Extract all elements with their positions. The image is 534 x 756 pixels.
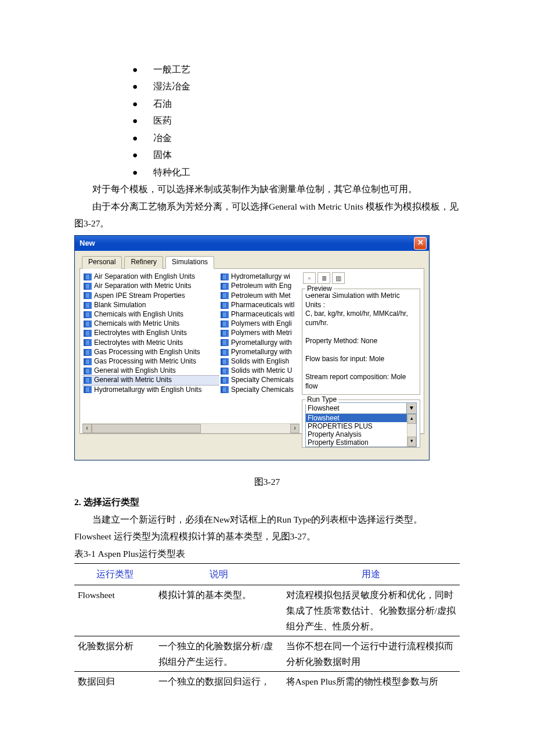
list-item[interactable]: Air Separation with Metric Units (82, 282, 219, 291)
preview-group: Preview General Simulation with Metric U… (302, 289, 420, 395)
list-item-label: Specialty Chemicals (231, 386, 294, 395)
template-icon (84, 311, 92, 318)
list-item-label: Pharmaceuticals witl (231, 310, 294, 319)
list-item[interactable]: Air Separation with English Units (82, 272, 219, 282)
view-detail-icon[interactable]: ▥ (332, 272, 345, 284)
list-item[interactable]: Pharmaceuticals witl (219, 310, 300, 319)
table-header-row: 运行类型 说明 用途 (74, 564, 460, 585)
list-item[interactable]: Petroleum with Eng (219, 282, 300, 291)
scroll-left-icon[interactable]: ‹ (82, 424, 92, 433)
list-item-label: General with English Units (94, 366, 176, 376)
table-row: 化验数据分析一个独立的化验数据分析/虚拟组分产生运行。当你不想在同一个运行中进行… (74, 636, 460, 671)
tab-refinery[interactable]: Refinery (124, 256, 163, 269)
runtype-options[interactable]: FlowsheetPROPERTIES PLUSProperty Analysi… (305, 414, 417, 447)
runtype-option[interactable]: PROPERTIES PLUS (306, 422, 416, 430)
runtype-legend: Run Type (305, 395, 338, 405)
template-icon (221, 321, 229, 327)
dialog-titlebar: New ✕ (75, 236, 429, 251)
tab-bar: Personal Refinery Simulations (80, 255, 424, 269)
paragraph: 由于本分离工艺物系为芳烃分离，可以选择General with Metric U… (74, 198, 460, 232)
vertical-scrollbar[interactable]: ▴ ▾ (407, 414, 416, 447)
table-cell: Flowsheet (74, 585, 155, 636)
template-icon (84, 330, 92, 337)
list-item[interactable]: Electrolytes with English Units (82, 329, 219, 338)
list-item[interactable]: Chemicals with English Units (82, 310, 219, 319)
list-item[interactable]: Pyrometallurgy with (219, 347, 300, 357)
template-icon (221, 302, 229, 309)
list-item[interactable]: Gas Processing with Metric Units (82, 357, 219, 366)
list-item[interactable]: Aspen IPE Stream Properties (82, 291, 219, 300)
list-item-label: Aspen IPE Stream Properties (94, 291, 185, 301)
table-row: 数据回归一个独立的数据回归运行，将Aspen Plus所需的物性模型参数与所 (74, 672, 460, 692)
list-item-label: Pharmaceuticals witl (231, 301, 294, 310)
list-item-label: Electrolytes with Metric Units (94, 339, 183, 348)
document-page: 一般工艺 湿法冶金 石油 医药 冶金 固体 特种化工 对于每个模板，可以选择米制… (0, 0, 534, 756)
section-heading: 2. 选择运行类型 (74, 494, 460, 510)
chevron-down-icon[interactable]: ▾ (406, 403, 416, 413)
table-cell: 对流程模拟包括灵敏度分析和优化，同时集成了性质常数估计、化验数据分析/虚拟组分产… (283, 585, 460, 636)
bullet-list: 一般工艺 湿法冶金 石油 医药 冶金 固体 特种化工 (74, 61, 460, 181)
bullet-item: 石油 (132, 95, 460, 112)
template-icon (84, 386, 92, 393)
list-item[interactable]: Blank Simulation (82, 301, 219, 310)
tab-simulations[interactable]: Simulations (165, 256, 214, 269)
runtype-group: Run Type ▾ FlowsheetPROPERTIES PLUSPrope… (302, 399, 420, 448)
list-item-label: Specialty Chemicals (231, 376, 294, 385)
list-item[interactable]: Solids with Metric U (219, 366, 300, 376)
template-icon (84, 292, 92, 299)
list-item[interactable]: Chemicals with Metric Units (82, 319, 219, 329)
list-item[interactable]: Petroleum with Met (219, 291, 300, 300)
runtype-value[interactable] (306, 403, 406, 413)
bullet-item: 一般工艺 (132, 61, 460, 78)
list-item[interactable]: General with English Units (82, 366, 219, 376)
view-large-icon[interactable]: ▫ (303, 272, 316, 284)
template-icon (84, 349, 92, 356)
view-buttons: ▫ ≣ ▥ (302, 272, 420, 284)
figure-caption: 图3-27 (74, 473, 460, 490)
list-item-label: Pyrometallurgy with (231, 339, 292, 348)
right-column: ▫ ≣ ▥ Preview General Simulation with Me… (302, 272, 421, 433)
table-cell: 数据回归 (74, 672, 155, 692)
list-item[interactable]: Polymers with Metri (219, 329, 300, 338)
scroll-down-icon[interactable]: ▾ (407, 437, 416, 447)
scroll-right-icon[interactable]: › (290, 424, 300, 433)
runtype-option[interactable]: Flowsheet (306, 414, 416, 422)
list-item[interactable]: Pharmaceuticals witl (219, 301, 300, 310)
bullet-item: 特种化工 (132, 164, 460, 181)
list-item[interactable]: Specialty Chemicals (219, 385, 300, 394)
bullet-item: 固体 (132, 146, 460, 163)
list-item[interactable]: Pyrometallurgy with (219, 338, 300, 347)
list-item[interactable]: Electrolytes with Metric Units (82, 338, 219, 347)
template-list-col1[interactable]: Air Separation with English UnitsAir Sep… (82, 272, 219, 423)
list-item-label: Petroleum with Eng (231, 282, 291, 291)
close-icon[interactable]: ✕ (414, 237, 427, 250)
list-item[interactable]: General with Metric Units (82, 376, 219, 385)
list-item[interactable]: Hydrometallurgy with English Units (82, 385, 219, 394)
list-item[interactable]: Solids with English (219, 357, 300, 366)
template-icon (221, 292, 229, 299)
scroll-thumb[interactable] (92, 424, 201, 433)
runtype-option[interactable]: Property Analysis (306, 430, 416, 438)
bullet-item: 冶金 (132, 129, 460, 146)
list-item[interactable]: Polymers with Engli (219, 319, 300, 329)
list-item-label: Gas Processing with English Units (94, 348, 200, 357)
list-item-label: Gas Processing with Metric Units (94, 357, 196, 366)
template-list-col2[interactable]: Hydrometallurgy wiPetroleum with EngPetr… (219, 272, 300, 423)
paragraph: 当建立一个新运行时，必须在New对话框上的Run Type的列表框中选择运行类型… (74, 511, 460, 545)
list-item-label: Chemicals with Metric Units (94, 319, 179, 329)
list-item-label: Air Separation with English Units (94, 272, 195, 282)
table-header: 运行类型 (74, 564, 155, 585)
list-item[interactable]: Hydrometallurgy wi (219, 272, 300, 282)
tab-personal[interactable]: Personal (82, 256, 122, 269)
view-list-icon[interactable]: ≣ (317, 272, 330, 284)
table-header: 说明 (155, 564, 282, 585)
runtype-option[interactable]: Property Estimation (306, 438, 416, 447)
scroll-up-icon[interactable]: ▴ (407, 414, 416, 424)
list-item[interactable]: Gas Processing with English Units (82, 347, 219, 357)
template-icon (221, 386, 229, 393)
table-cell: 模拟计算的基本类型。 (155, 585, 282, 636)
horizontal-scrollbar[interactable]: ‹ › (82, 423, 300, 433)
list-item-label: Hydrometallurgy with English Units (94, 386, 201, 395)
list-item-label: Polymers with Engli (231, 319, 292, 329)
list-item[interactable]: Specialty Chemicals (219, 376, 300, 385)
